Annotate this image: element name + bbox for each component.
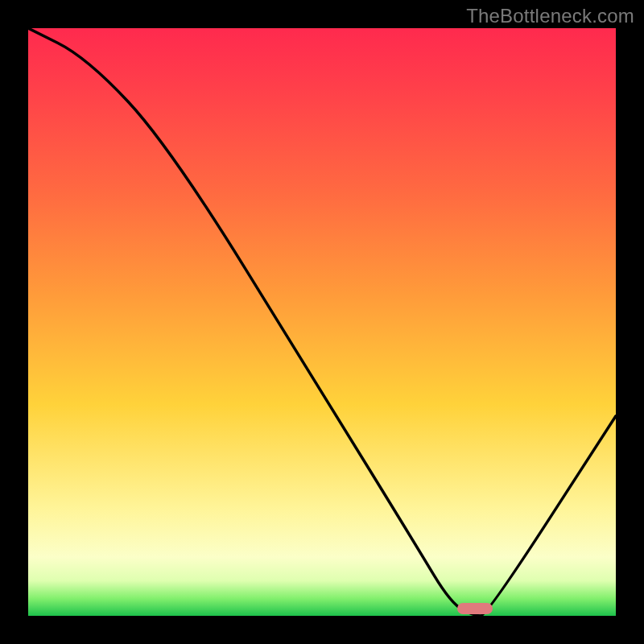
chart-frame: TheBottleneck.com <box>0 0 644 644</box>
plot-area <box>28 28 616 616</box>
watermark-text: TheBottleneck.com <box>466 5 634 27</box>
optimum-marker <box>457 603 493 614</box>
bottleneck-curve <box>28 28 616 616</box>
